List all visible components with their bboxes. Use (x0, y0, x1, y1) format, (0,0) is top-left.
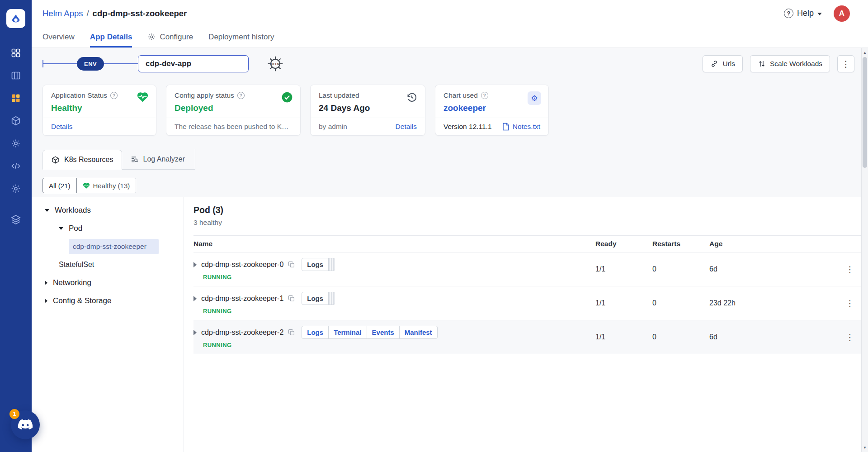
info-icon[interactable]: ? (110, 92, 118, 99)
terminal-button[interactable]: Terminal (328, 326, 367, 339)
pod-panel-title: Pod (3) (193, 205, 861, 215)
urls-button[interactable]: Urls (703, 55, 743, 72)
config-apply-card: Config apply status ? Deployed The relea… (166, 85, 301, 136)
integrations-icon[interactable] (10, 138, 22, 149)
modules-icon[interactable] (10, 92, 22, 104)
more-actions-button[interactable]: ⋮ (837, 55, 854, 72)
tree-config-storage-label: Config & Storage (53, 296, 111, 305)
scrollbar-thumb[interactable] (863, 57, 867, 168)
application-status-value: Healthy (51, 103, 148, 113)
logs-button[interactable]: Logs (302, 326, 329, 339)
tree-item-workloads[interactable]: Workloads (32, 201, 184, 219)
tree-item-selected-pod[interactable]: cdp-dmp-sst-zookeeper (69, 239, 159, 254)
events-button[interactable]: Events (367, 326, 400, 339)
tree-item-statefulset[interactable]: StatefulSet (32, 256, 184, 274)
copy-icon[interactable] (288, 295, 295, 302)
topbar: Helm Apps / cdp-dmp-sst-zookeeper ? Help… (32, 0, 868, 27)
help-label: Help (797, 9, 814, 18)
helm-icon: HELM (267, 55, 284, 72)
tab-deployment-history-label: Deployment history (208, 33, 274, 42)
tab-k8s-resources[interactable]: K8s Resources (42, 150, 122, 170)
caret-down-icon[interactable] (45, 209, 49, 212)
cube-icon[interactable] (10, 115, 22, 127)
table-row: cdp-dmp-sst-zookeeper-1 Logs RUNNING 1/1 (193, 286, 861, 320)
expand-caret-icon[interactable] (193, 262, 197, 267)
scrollbar: ▲ ▼ (861, 48, 868, 452)
caret-right-icon[interactable] (45, 281, 47, 285)
scale-workloads-button[interactable]: Scale Workloads (750, 55, 830, 72)
scroll-up-arrow[interactable]: ▲ (862, 49, 868, 56)
main-area: Helm Apps / cdp-dmp-sst-zookeeper ? Help… (32, 0, 868, 452)
help-menu[interactable]: ? Help (784, 9, 822, 18)
scroll-down-arrow[interactable]: ▼ (862, 444, 868, 451)
settings-icon[interactable] (10, 183, 22, 195)
app-name-box[interactable]: cdp-dev-app (138, 55, 249, 72)
ready-value: 1/1 (595, 299, 652, 307)
heart-pulse-icon (137, 91, 149, 103)
row-menu-button[interactable]: ⋮ (839, 333, 861, 342)
app-logo[interactable] (6, 9, 25, 28)
code-icon[interactable] (10, 160, 22, 172)
chart-version: Version 12.11.1 (443, 123, 492, 131)
status-filters: All (21) Healthy (13) (42, 178, 868, 193)
table-row: cdp-dmp-sst-zookeeper-2 Logs Terminal Ev… (193, 320, 861, 354)
column-name: Name (193, 240, 595, 248)
chart-gear-icon: ⚙ (528, 91, 541, 105)
expand-caret-icon[interactable] (193, 330, 197, 335)
boards-icon[interactable] (10, 70, 22, 81)
filter-all[interactable]: All (21) (42, 178, 77, 193)
status-badge: RUNNING (203, 274, 595, 281)
stacks-icon[interactable] (10, 214, 22, 225)
avatar[interactable]: A (834, 5, 850, 22)
copy-icon[interactable] (288, 261, 295, 268)
column-restarts: Restarts (652, 240, 709, 248)
tab-configure[interactable]: Configure (147, 27, 193, 48)
check-circle-icon (281, 91, 293, 103)
healthy-heart-icon (83, 182, 90, 189)
tab-log-analyzer-label: Log Analyzer (143, 155, 185, 163)
notes-txt-link[interactable]: Notes.txt (513, 123, 540, 131)
tree-item-pod[interactable]: Pod (32, 219, 184, 238)
logs-button[interactable]: Logs (302, 258, 329, 271)
application-status-details-link[interactable]: Details (51, 123, 72, 131)
env-row: ENV cdp-dev-app HELM Urls Scale Workload… (42, 53, 854, 74)
chat-support-button[interactable]: 1 (11, 410, 40, 439)
content: ENV cdp-dev-app HELM Urls Scale Workload… (32, 48, 868, 452)
restarts-value: 0 (652, 265, 709, 273)
info-icon[interactable]: ? (237, 92, 245, 99)
last-updated-details-link[interactable]: Details (396, 123, 417, 131)
breadcrumb-helm-apps-link[interactable]: Helm Apps (42, 9, 83, 19)
tab-app-details[interactable]: App Details (90, 27, 132, 48)
last-updated-card: Last updated 24 Days Ago by admin Detail… (310, 85, 425, 136)
column-age: Age (709, 240, 839, 248)
age-value: 6d (709, 265, 839, 273)
chart-used-title: Chart used (443, 91, 478, 100)
chart-used-value[interactable]: zookeeper (443, 103, 540, 113)
row-menu-button[interactable]: ⋮ (839, 265, 861, 274)
caret-down-icon[interactable] (59, 227, 63, 230)
application-status-card: Application Status ? Healthy Details (42, 85, 156, 136)
logs-button[interactable]: Logs (302, 292, 329, 305)
tree-pod-label: Pod (69, 224, 82, 233)
manifest-button[interactable]: Manifest (399, 326, 438, 339)
config-apply-message: The release has been pushed to Kuber... (175, 123, 292, 131)
row-menu-button[interactable]: ⋮ (839, 299, 861, 308)
tab-deployment-history[interactable]: Deployment history (208, 27, 274, 48)
tab-overview[interactable]: Overview (42, 27, 75, 48)
tab-log-analyzer[interactable]: Log Analyzer (122, 149, 193, 169)
expand-caret-icon[interactable] (193, 296, 197, 301)
tree-item-config-storage[interactable]: Config & Storage (32, 292, 184, 310)
cube-icon (51, 156, 60, 164)
ready-value: 1/1 (595, 265, 652, 273)
sidebar (0, 0, 32, 452)
env-pill: ENV (77, 57, 104, 71)
hidden-actions-stub (328, 258, 335, 271)
grid-icon[interactable] (10, 47, 22, 59)
pod-name: cdp-dmp-sst-zookeeper-1 (201, 295, 283, 303)
file-icon (502, 123, 509, 131)
info-icon[interactable]: ? (481, 92, 488, 99)
tree-item-networking[interactable]: Networking (32, 274, 184, 292)
caret-right-icon[interactable] (45, 299, 47, 303)
copy-icon[interactable] (288, 329, 295, 336)
filter-healthy[interactable]: Healthy (13) (77, 178, 137, 193)
